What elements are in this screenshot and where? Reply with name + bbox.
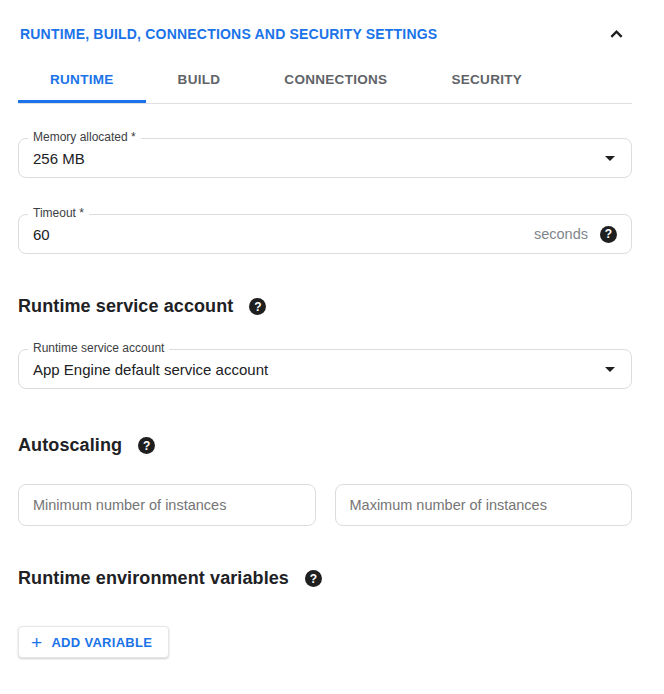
env-vars-heading: Runtime environment variables: [18, 568, 289, 589]
tab-bar: RUNTIME BUILD CONNECTIONS SECURITY: [18, 70, 632, 104]
timeout-label: Timeout *: [28, 206, 89, 220]
section-title: RUNTIME, BUILD, CONNECTIONS AND SECURITY…: [20, 26, 437, 42]
autoscaling-help-icon[interactable]: [138, 437, 155, 454]
caret-down-icon: [605, 156, 615, 161]
env-vars-help-icon[interactable]: [305, 570, 322, 587]
add-variable-button[interactable]: ADD VARIABLE: [18, 626, 169, 658]
service-account-heading: Runtime service account: [18, 296, 233, 317]
timeout-field: Timeout * seconds: [18, 214, 632, 254]
timeout-input[interactable]: [33, 226, 534, 243]
service-account-select[interactable]: Runtime service account App Engine defau…: [18, 349, 632, 389]
runtime-settings-panel: RUNTIME, BUILD, CONNECTIONS AND SECURITY…: [0, 24, 664, 658]
chevron-up-icon[interactable]: [607, 25, 626, 44]
autoscaling-section-heading: Autoscaling: [18, 435, 632, 456]
plus-icon: [31, 633, 42, 652]
timeout-help-icon[interactable]: [600, 226, 617, 243]
tab-runtime[interactable]: RUNTIME: [18, 70, 146, 103]
section-toggle-header[interactable]: RUNTIME, BUILD, CONNECTIONS AND SECURITY…: [18, 24, 632, 44]
env-vars-section-heading: Runtime environment variables: [18, 568, 632, 589]
timeout-unit: seconds: [534, 226, 588, 242]
tab-security[interactable]: SECURITY: [419, 70, 554, 103]
min-instances-input[interactable]: [18, 484, 316, 526]
memory-allocated-value: 256 MB: [33, 150, 605, 167]
memory-allocated-select[interactable]: Memory allocated * 256 MB: [18, 138, 632, 178]
service-account-section-heading: Runtime service account: [18, 296, 632, 317]
tab-connections[interactable]: CONNECTIONS: [252, 70, 419, 103]
add-variable-label: ADD VARIABLE: [51, 635, 152, 650]
service-account-field-label: Runtime service account: [28, 341, 169, 355]
autoscaling-inputs-row: [18, 484, 632, 526]
memory-allocated-label: Memory allocated *: [28, 130, 141, 144]
caret-down-icon: [605, 367, 615, 372]
service-account-help-icon[interactable]: [249, 298, 266, 315]
tab-build[interactable]: BUILD: [146, 70, 253, 103]
service-account-field-value: App Engine default service account: [33, 361, 605, 378]
max-instances-input[interactable]: [335, 484, 633, 526]
autoscaling-heading: Autoscaling: [18, 435, 122, 456]
